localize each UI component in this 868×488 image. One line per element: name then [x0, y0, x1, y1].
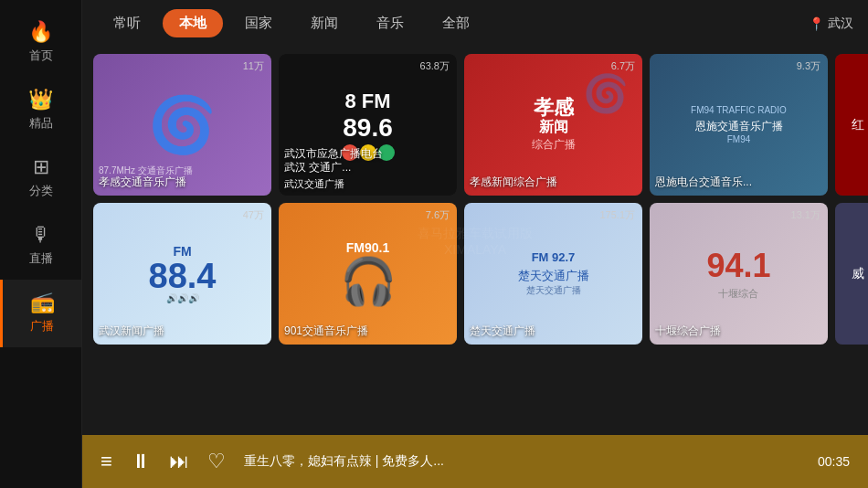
fm941-logo: 94.1 十堰综合: [706, 247, 770, 301]
card-title: 十堰综合广播: [655, 324, 721, 339]
fm884-logo: FM 88.4 🔊🔊🔊: [149, 244, 217, 303]
tab-local[interactable]: 本地: [163, 9, 223, 37]
card-title: 恩施电台交通音乐...: [655, 175, 752, 190]
card-xiaogan-news[interactable]: 孝感 新闻 综合广播 🌀 6.7万 孝感新闻综合广播: [464, 54, 642, 196]
card-count: 13.1万: [791, 208, 820, 222]
tab-music[interactable]: 音乐: [360, 9, 420, 37]
broadcast-icon: 📻: [30, 292, 55, 313]
card-enshi-traffic[interactable]: FM94 TRAFFIC RADIO 恩施交通音乐广播 FM94 9.3万 恩施…: [650, 54, 828, 196]
heart-icon[interactable]: ♡: [207, 450, 226, 473]
tab-frequent[interactable]: 常听: [97, 9, 157, 37]
bottom-player: ≡ ⏸ ⏭ ♡ 重生八零，媳妇有点辣 | 免费多人... 00:35: [82, 435, 868, 488]
mic-icon: 🎙: [31, 225, 51, 245]
card-side-partial[interactable]: 红: [835, 54, 868, 196]
card-subtitle: 87.7MHz 交通音乐广播: [99, 164, 193, 177]
side-label: 红: [852, 117, 864, 133]
playlist-icon[interactable]: ≡: [101, 450, 112, 473]
side2-label: 威: [852, 266, 864, 282]
sidebar: 🔥 首页 👑 精品 ⊞ 分类 🎙 直播 📻 广播: [0, 0, 82, 488]
fm927-logo: FM 92.7 楚天交通广播 楚天交通广播: [518, 250, 589, 297]
card-chutian-traffic[interactable]: FM 92.7 楚天交通广播 楚天交通广播 175.1万 楚天交通广播: [464, 203, 642, 345]
sidebar-item-broadcast[interactable]: 📻 广播: [0, 280, 81, 347]
card-count: 11万: [243, 59, 264, 73]
card-count: 9.3万: [797, 59, 820, 73]
sidebar-item-category-label: 分类: [29, 183, 53, 199]
card-title: 孝感交通音乐广播: [99, 175, 186, 190]
card-grid: 🌀 11万 孝感交通音乐广播 87.7MHz 交通音乐广播 8 FM 89.6: [93, 54, 857, 345]
fm901-logo: FM90.1 🎧: [340, 240, 397, 308]
card-side2-partial[interactable]: 威: [835, 203, 868, 345]
player-title: 重生八零，媳妇有点辣 | 免费多人...: [244, 453, 799, 470]
sidebar-item-live-label: 直播: [29, 250, 53, 267]
card-title: 楚天交通广播: [470, 324, 535, 339]
sidebar-item-broadcast-label: 广播: [30, 318, 54, 334]
card-row-1: 🌀 11万 孝感交通音乐广播 87.7MHz 交通音乐广播 8 FM 89.6: [93, 54, 857, 196]
card-title: 901交通音乐广播: [284, 324, 368, 339]
card-count: 6.7万: [611, 59, 635, 73]
card-901-traffic[interactable]: FM90.1 🎧 7.6万 901交通音乐广播: [279, 203, 457, 345]
sidebar-item-home[interactable]: 🔥 首页: [0, 9, 81, 77]
card-title: 武汉市应急广播电台武汉 交通广...: [284, 147, 383, 175]
location-pin-icon: 📍: [809, 16, 824, 31]
swirl-decoration: 🌀: [148, 92, 217, 157]
top-nav: 常听 本地 国家 新闻 音乐 全部 📍 武汉: [82, 0, 868, 47]
player-time: 00:35: [818, 454, 850, 469]
tab-news[interactable]: 新闻: [294, 9, 355, 37]
card-count: 63.8万: [420, 59, 450, 73]
location-label: 武汉: [828, 16, 853, 32]
sidebar-item-category[interactable]: ⊞ 分类: [0, 144, 81, 212]
card-wuhan-news[interactable]: FM 88.4 🔊🔊🔊 47万 武汉新闻广播: [93, 203, 271, 345]
card-title: 孝感新闻综合广播: [470, 175, 557, 190]
card-xiaogan-music[interactable]: 🌀 11万 孝感交通音乐广播 87.7MHz 交通音乐广播: [93, 54, 271, 196]
card-count: 47万: [243, 208, 264, 222]
sidebar-item-premium-label: 精品: [29, 115, 53, 132]
crown-icon: 👑: [28, 90, 53, 110]
sidebar-item-live[interactable]: 🎙 直播: [0, 212, 81, 280]
sidebar-item-home-label: 首页: [29, 48, 53, 64]
card-shiyan-radio[interactable]: 94.1 十堰综合 13.1万 十堰综合广播: [650, 203, 828, 345]
grid-icon: ⊞: [33, 157, 49, 177]
card-row-2: FM 88.4 🔊🔊🔊 47万 武汉新闻广播 FM90.1 🎧: [93, 203, 857, 345]
tab-national[interactable]: 国家: [228, 9, 289, 37]
tab-all[interactable]: 全部: [426, 9, 486, 37]
card-count: 175.1万: [599, 208, 635, 222]
next-icon[interactable]: ⏭: [169, 450, 189, 473]
card-title2: 武汉交通广播: [284, 177, 344, 190]
content-area: 喜马拉雅车载试用版 XIMALAYA 🌀 11万 孝感交通音乐广播 87.7MH…: [82, 47, 868, 435]
location-button[interactable]: 📍 武汉: [809, 16, 853, 32]
sidebar-item-premium[interactable]: 👑 精品: [0, 77, 81, 144]
card-wuhan-traffic[interactable]: 8 FM 89.6 63.8万 武汉市应急广播电台武汉 交通广... 武汉交通广…: [279, 54, 457, 196]
card-count: 7.6万: [426, 208, 450, 222]
pause-icon[interactable]: ⏸: [131, 450, 151, 473]
home-icon: 🔥: [28, 22, 53, 42]
card-title: 武汉新闻广播: [99, 324, 164, 339]
main-content: 常听 本地 国家 新闻 音乐 全部 📍 武汉 喜马拉雅车载试用版 XIMALAY…: [82, 0, 868, 488]
